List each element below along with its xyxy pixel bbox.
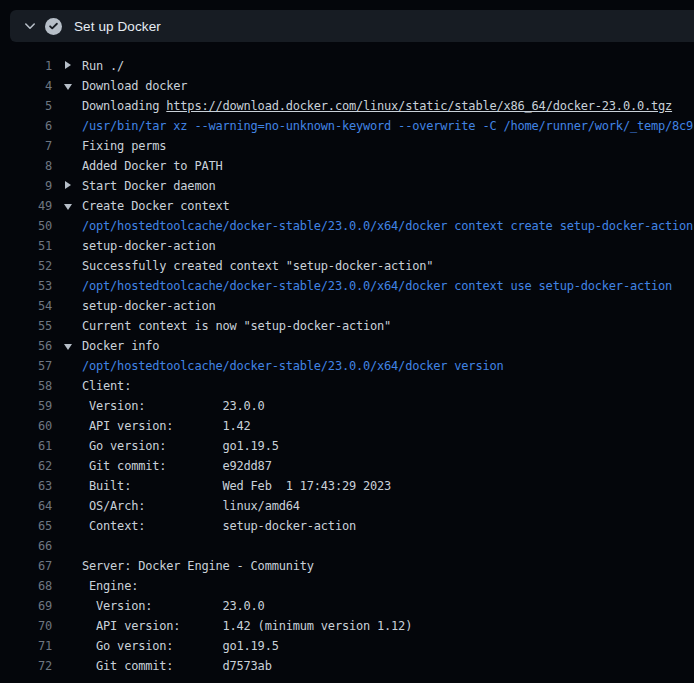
line-number[interactable]: 64 (0, 496, 52, 516)
gutter-spacer (52, 276, 82, 296)
line-number[interactable]: 5 (0, 96, 52, 116)
log-line-row: 55Current context is now "setup-docker-a… (0, 316, 694, 336)
group-title-text: Run ./ (82, 56, 124, 76)
log-line-row[interactable]: 56Docker info (0, 336, 694, 356)
gutter-spacer (52, 316, 82, 336)
group-toggle (52, 76, 82, 96)
line-number[interactable]: 7 (0, 136, 52, 156)
log-line-row: 60 API version: 1.42 (0, 416, 694, 436)
log-area: 1Run ./4Download docker5Downloading http… (0, 56, 694, 676)
line-number[interactable]: 49 (0, 196, 52, 216)
log-line-row: 5Downloading https://download.docker.com… (0, 96, 694, 116)
log-line-row: 65 Context: setup-docker-action (0, 516, 694, 536)
line-number[interactable]: 71 (0, 636, 52, 656)
line-number[interactable]: 70 (0, 616, 52, 636)
step-header[interactable]: Set up Docker (10, 10, 694, 42)
line-number[interactable]: 1 (0, 56, 52, 76)
log-url-link[interactable]: https://download.docker.com/linux/static… (166, 96, 672, 116)
log-line-row: 72 Git commit: d7573ab (0, 656, 694, 676)
log-text: Added Docker to PATH (82, 156, 223, 176)
gutter-spacer (52, 96, 82, 116)
log-line-row: 71 Go version: go1.19.5 (0, 636, 694, 656)
log-text: API version: 1.42 (82, 416, 251, 436)
line-number[interactable]: 68 (0, 576, 52, 596)
gutter-spacer (52, 296, 82, 316)
line-number[interactable]: 55 (0, 316, 52, 336)
log-text: Version: 23.0.0 (82, 596, 265, 616)
line-number[interactable]: 72 (0, 656, 52, 676)
group-toggle (52, 336, 82, 356)
log-text: Go version: go1.19.5 (82, 636, 279, 656)
line-number[interactable]: 50 (0, 216, 52, 236)
gutter-spacer (52, 456, 82, 476)
line-number[interactable]: 61 (0, 436, 52, 456)
log-line-row[interactable]: 49Create Docker context (0, 196, 694, 216)
gutter-spacer (52, 256, 82, 276)
log-line-row: 54setup-docker-action (0, 296, 694, 316)
group-toggle (52, 196, 82, 216)
line-number[interactable]: 9 (0, 176, 52, 196)
gutter-spacer (52, 616, 82, 636)
line-number[interactable]: 63 (0, 476, 52, 496)
gutter-spacer (52, 156, 82, 176)
log-text: Client: (82, 376, 131, 396)
group-title-text: Create Docker context (82, 196, 230, 216)
log-text: Current context is now "setup-docker-act… (82, 316, 391, 336)
group-title-text: Download docker (82, 76, 187, 96)
line-number[interactable]: 53 (0, 276, 52, 296)
log-line-row: 69 Version: 23.0.0 (0, 596, 694, 616)
log-line-row: 52Successfully created context "setup-do… (0, 256, 694, 276)
line-number[interactable]: 6 (0, 116, 52, 136)
line-number[interactable]: 66 (0, 536, 52, 556)
log-text: Context: setup-docker-action (82, 516, 356, 536)
line-number[interactable]: 69 (0, 596, 52, 616)
group-title-text: Start Docker daemon (82, 176, 215, 196)
triangle-down-icon[interactable] (64, 84, 72, 90)
log-text: OS/Arch: linux/amd64 (82, 496, 300, 516)
log-line-row: 58Client: (0, 376, 694, 396)
line-number[interactable]: 62 (0, 456, 52, 476)
gutter-spacer (52, 396, 82, 416)
chevron-down-icon (23, 19, 37, 33)
triangle-down-icon[interactable] (64, 204, 72, 210)
group-toggle (52, 56, 82, 76)
gutter-spacer (52, 536, 82, 556)
log-text: Successfully created context "setup-dock… (82, 256, 433, 276)
log-command-text: /opt/hostedtoolcache/docker-stable/23.0.… (82, 216, 693, 236)
line-number[interactable]: 4 (0, 76, 52, 96)
line-number[interactable]: 56 (0, 336, 52, 356)
log-line-row: 50/opt/hostedtoolcache/docker-stable/23.… (0, 216, 694, 236)
log-line-row: 51setup-docker-action (0, 236, 694, 256)
line-number[interactable]: 8 (0, 156, 52, 176)
log-text: Version: 23.0.0 (82, 396, 265, 416)
log-line-row: 59 Version: 23.0.0 (0, 396, 694, 416)
triangle-right-icon[interactable] (65, 181, 71, 189)
line-number[interactable]: 67 (0, 556, 52, 576)
log-command-text: /opt/hostedtoolcache/docker-stable/23.0.… (82, 276, 672, 296)
line-number[interactable]: 52 (0, 256, 52, 276)
log-line-row: 61 Go version: go1.19.5 (0, 436, 694, 456)
triangle-right-icon[interactable] (65, 61, 71, 69)
collapse-step-button[interactable] (18, 14, 42, 38)
line-number[interactable]: 59 (0, 396, 52, 416)
line-number[interactable]: 54 (0, 296, 52, 316)
log-line-row[interactable]: 4Download docker (0, 76, 694, 96)
gutter-spacer (52, 236, 82, 256)
log-text: Built: Wed Feb 1 17:43:29 2023 (82, 476, 391, 496)
log-text: Engine: (82, 576, 138, 596)
log-line-row[interactable]: 1Run ./ (0, 56, 694, 76)
gutter-spacer (52, 656, 82, 676)
log-text: Fixing perms (82, 136, 166, 156)
line-number[interactable]: 60 (0, 416, 52, 436)
line-number[interactable]: 58 (0, 376, 52, 396)
triangle-down-icon[interactable] (64, 344, 72, 350)
log-line-row: 6/usr/bin/tar xz --warning=no-unknown-ke… (0, 116, 694, 136)
log-line-row: 62 Git commit: e92dd87 (0, 456, 694, 476)
line-number[interactable]: 57 (0, 356, 52, 376)
line-number[interactable]: 65 (0, 516, 52, 536)
gutter-spacer (52, 596, 82, 616)
log-command-text: /opt/hostedtoolcache/docker-stable/23.0.… (82, 356, 503, 376)
line-number[interactable]: 51 (0, 236, 52, 256)
log-line-row[interactable]: 9Start Docker daemon (0, 176, 694, 196)
gutter-spacer (52, 436, 82, 456)
